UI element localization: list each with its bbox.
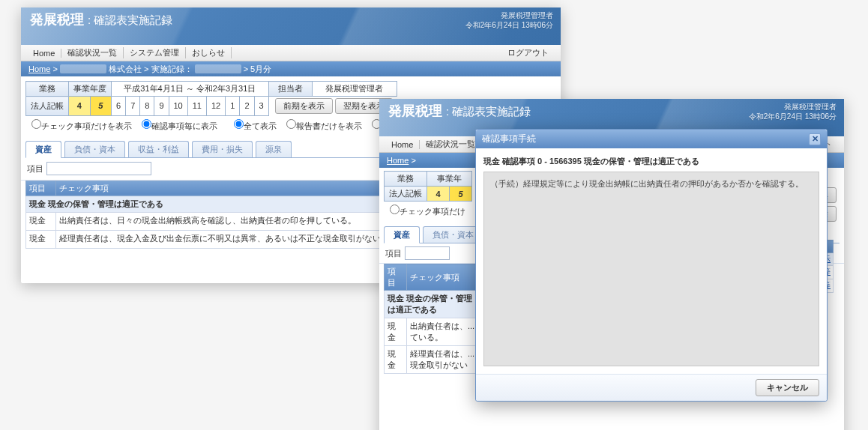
menu-logout[interactable]: ログアウト	[501, 47, 555, 58]
tab-withholding[interactable]: 源泉	[256, 141, 292, 157]
tanto-label: 担当者	[268, 82, 312, 97]
month-10[interactable]: 10	[169, 97, 187, 116]
menu-notice[interactable]: おしらせ	[186, 47, 232, 58]
opt-check-only[interactable]: チェック事項だけを表示	[31, 121, 132, 130]
tanto-value: 発展税理管理者	[312, 82, 397, 97]
nendo-label: 事業年度	[69, 82, 112, 97]
tab-assets[interactable]: 資産	[25, 141, 61, 158]
opt-report-only[interactable]: 報告書だけを表示	[286, 121, 362, 130]
bc-company-hidden: xxxx	[60, 64, 106, 73]
nendo-value: 平成31年4月1日 ～ 令和2年3月31日	[112, 82, 269, 97]
dialog-body: 現金 確認事項 0 - 1566395 現金の保管・管理は適正である （手続）経…	[476, 148, 827, 374]
gyomu-label: 業務	[26, 82, 69, 97]
item-select-2[interactable]	[405, 246, 450, 260]
bc-period-hidden: xxxx	[195, 64, 241, 73]
bc-home[interactable]: Home	[28, 64, 50, 73]
cancel-button[interactable]: キャンセル	[756, 379, 819, 396]
app-name: 発展税理	[30, 12, 84, 27]
kicho-label: 法人記帳	[26, 97, 69, 116]
month-8[interactable]: 8	[140, 97, 154, 116]
month-4[interactable]: 4	[69, 97, 91, 116]
menu-list-2[interactable]: 確認状況一覧	[420, 139, 482, 150]
menu-sys[interactable]: システム管理	[124, 47, 186, 58]
month-1[interactable]: 1	[226, 97, 240, 116]
month-11[interactable]: 11	[187, 97, 206, 116]
month-12[interactable]: 12	[207, 97, 226, 116]
item-label: 項目	[27, 163, 43, 175]
user-role: 発展税理管理者	[465, 10, 553, 20]
breadcrumb: Home > xxxx 株式会社 > 実施記録： xxxx > 5月分	[21, 61, 561, 76]
month-6[interactable]: 6	[112, 97, 126, 116]
header-userinfo: 発展税理管理者 令和2年6月24日 13時06分	[465, 10, 553, 30]
menu-home[interactable]: Home	[27, 49, 61, 58]
month-2[interactable]: 2	[240, 97, 254, 116]
filter-table: 業務 事業年度 平成31年4月1日 ～ 令和2年3月31日 担当者 発展税理管理…	[25, 81, 397, 116]
menubar: Home 確認状況一覧 システム管理 おしらせ ログアウト	[21, 45, 561, 61]
dialog-footer: キャンセル	[476, 374, 827, 401]
dialog-title: 確認事項手続	[482, 133, 536, 145]
opt-per-item[interactable]: 確認事項毎に表示	[142, 121, 217, 130]
month-3[interactable]: 3	[254, 97, 268, 116]
window-front: 発展税理 : 確認表実施記録 発展税理管理者 令和2年6月24日 13時06分 …	[379, 99, 844, 430]
item-select[interactable]	[46, 162, 151, 175]
tab-exp-loss[interactable]: 費用・損失	[192, 141, 253, 157]
close-icon[interactable]: ✕	[809, 133, 821, 145]
menu-list[interactable]: 確認状況一覧	[61, 47, 124, 58]
opt-all[interactable]: 全て表示	[234, 121, 277, 130]
col-item: 項目	[26, 181, 56, 196]
tab-rev-profit[interactable]: 収益・利益	[128, 141, 189, 157]
prev-period-button[interactable]: 前期を表示	[275, 98, 333, 114]
dialog-content: （手続）経理規定等により現金出納帳に出納責任者の押印があるか否かを確認する。	[483, 172, 819, 366]
month-7[interactable]: 7	[126, 97, 140, 116]
month-5[interactable]: 5	[90, 97, 112, 116]
tab-liab-equity[interactable]: 負債・資本	[64, 141, 125, 157]
app-header: 発展税理 : 確認表実施記録 発展税理管理者 令和2年6月24日 13時06分	[21, 7, 561, 45]
menu-home-2[interactable]: Home	[385, 140, 420, 149]
user-datetime: 令和2年6月24日 13時06分	[465, 20, 553, 30]
dialog-heading: 現金 確認事項 0 - 1566395 現金の保管・管理は適正である	[483, 156, 819, 167]
check-grid-2: 項目チェック事項 現金 現金の保管・管理は適正である 現金出納責任者は、...て…	[384, 264, 481, 374]
dialog-titlebar: 確認事項手続 ✕	[476, 130, 827, 148]
month-9[interactable]: 9	[154, 97, 169, 116]
procedure-dialog: 確認事項手続 ✕ 現金 確認事項 0 - 1566395 現金の保管・管理は適正…	[475, 129, 828, 402]
app-subtitle: : 確認表実施記録	[88, 13, 172, 26]
header-userinfo-2: 発展税理管理者 令和2年6月24日 13時06分	[749, 102, 837, 121]
